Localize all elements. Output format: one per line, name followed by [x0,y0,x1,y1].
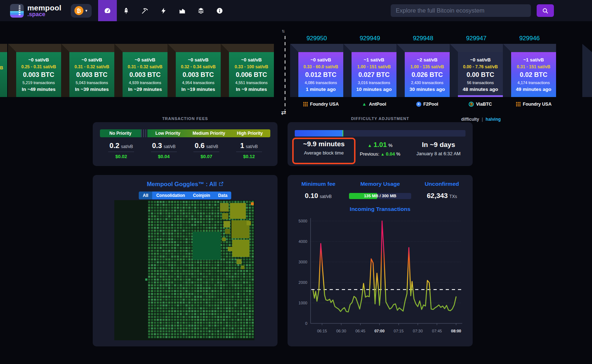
treemap-cell [168,304,170,307]
currency-selector[interactable]: ₿ ▼ [71,4,92,18]
nav-about[interactable] [210,0,229,21]
treemap-cell [148,241,150,243]
treemap-cell [151,319,153,321]
treemap-cell [171,235,173,238]
swap-direction-icon[interactable]: ⇄ [281,109,286,116]
tab-data[interactable]: Data [214,192,231,199]
treemap-cell [157,232,159,235]
mined-block[interactable]: ~1 sat/vB 1.00 - 151 sat/vB 0.027 BTC 3,… [343,44,396,97]
brand-logo[interactable]: mempool .space [10,4,61,18]
treemap-cell [162,316,165,318]
treemap-cell [243,299,245,301]
treemap-cell [220,278,222,281]
treemap-cell [185,333,188,335]
treemap-cell [237,264,239,266]
nav-graphs[interactable] [173,0,192,21]
fee-rate: 1 [240,142,244,149]
treemap-cell [226,278,228,281]
treemap-cell [177,287,179,289]
treemap-cell [206,293,208,295]
treemap-cell [208,296,211,298]
mined-block[interactable]: ~0 sat/vB 0.33 - 60.0 sat/vB 0.012 BTC 4… [290,44,343,97]
difficulty-link[interactable]: difficulty [461,117,479,122]
treemap-cell [154,290,156,292]
mempool-block[interactable]: ~0 sat/vB 0.31 - 0.32 sat/vB 0.003 BTC 4… [114,44,167,97]
treemap-cell [162,227,165,229]
treemap-cell [243,258,245,261]
tab-consolidation[interactable]: Consolidation [152,192,189,199]
low-priority-segment[interactable]: Low Priority [147,129,188,137]
foundry-pool-icon [303,102,308,107]
mempool-block[interactable]: ~0 sat/vB 0.25 - 0.31 sat/vB 0.003 BTC 5… [8,44,61,97]
pool-name: AntPool [369,102,386,107]
treemap-cell [180,230,182,232]
fee-priority-bar[interactable]: No Priority Low Priority Medium Priority… [100,129,270,137]
mined-block[interactable]: ~2 sat/vB 1.00 - 135 sat/vB 0.026 BTC 2,… [396,44,450,97]
treemap-cell [203,270,205,272]
mining-pool[interactable]: Foundry USA [511,102,556,107]
treemap-cell [177,327,179,330]
treemap-cell [197,299,199,301]
treemap-cell [240,324,242,327]
treemap-cell [234,293,237,295]
treemap-cell [177,336,179,338]
treemap-cell [208,307,211,309]
goggles-title-link[interactable]: Mempool Goggles™ : All [93,181,277,188]
treemap-cell [211,261,214,263]
treemap-cell [168,310,170,312]
treemap-cell [234,299,237,301]
mined-block[interactable]: ~1 sat/vB 0.31 - 151 sat/vB 0.02 BTC 4,1… [503,44,556,97]
mining-pool[interactable]: ▲ AntPool [352,102,396,107]
treemap-cell [162,322,165,324]
treemap-cell [154,209,156,212]
treemap-cell [246,290,248,292]
nav-mining[interactable] [136,0,154,21]
search-button[interactable] [537,4,554,17]
nav-layers[interactable] [192,0,210,21]
treemap-cell [252,255,254,258]
block-height[interactable]: 929950 [290,35,343,42]
nav-dashboard[interactable] [98,0,117,21]
treemap-cell [223,310,225,312]
halving-link[interactable]: halving [486,117,501,122]
tab-all[interactable]: All [139,192,152,199]
treemap-cell [246,209,248,212]
search-input[interactable] [391,4,531,17]
mempool-block[interactable]: ~0 sat/vB 0.31 - 0.32 sat/vB 0.003 BTC 5… [61,44,114,97]
high-priority-segment[interactable]: High Priority [229,129,270,137]
treemap-cell [200,227,202,229]
mempool-treemap[interactable] [114,200,254,340]
treemap-cell [211,207,214,209]
partial-mempool-block[interactable]: B [0,52,7,97]
block-height[interactable]: 929947 [450,35,503,42]
treemap-cell [151,293,153,295]
treemap-cell [171,270,173,272]
medium-priority-segment[interactable]: Medium Priority [188,129,229,137]
treemap-cell [180,324,182,327]
mining-pool[interactable]: F2Pool [405,102,450,107]
treemap-cell [203,304,205,307]
treemap-cell [185,278,188,281]
tab-coinjoin[interactable]: Coinjoin [189,192,214,199]
nav-lightning[interactable] [154,0,173,21]
block-height[interactable]: 929946 [503,35,556,42]
mining-pool[interactable]: ₿ ViaBTC [458,102,503,107]
svg-text:4000: 4000 [299,239,307,244]
treemap-cell [165,293,167,295]
treemap-cell [165,278,167,281]
block-height[interactable]: 929948 [396,35,450,42]
block-height[interactable]: 929949 [343,35,396,42]
partial-mined-block [582,44,592,97]
treemap-cell [206,278,208,281]
treemap-cell [220,336,222,338]
minimum-fee-title: Minimum fee [288,181,349,187]
mined-block[interactable]: ~0 sat/vB 0.00 - 7.76 sat/vB 0.00 BTC 56… [450,44,503,97]
mining-pool[interactable]: Foundry USA [298,102,343,107]
no-priority-segment[interactable]: No Priority [100,129,141,137]
nav-acceleration[interactable] [117,0,136,21]
mempool-block[interactable]: ~0 sat/vB 0.33 - 100 sat/vB 0.006 BTC 4,… [221,44,274,97]
sort-arrows-icon[interactable]: ↑↓ [281,28,284,33]
treemap-cell [177,264,179,266]
mempool-block[interactable]: ~0 sat/vB 0.32 - 0.34 sat/vB 0.003 BTC 4… [167,44,221,97]
treemap-cell [220,287,222,289]
